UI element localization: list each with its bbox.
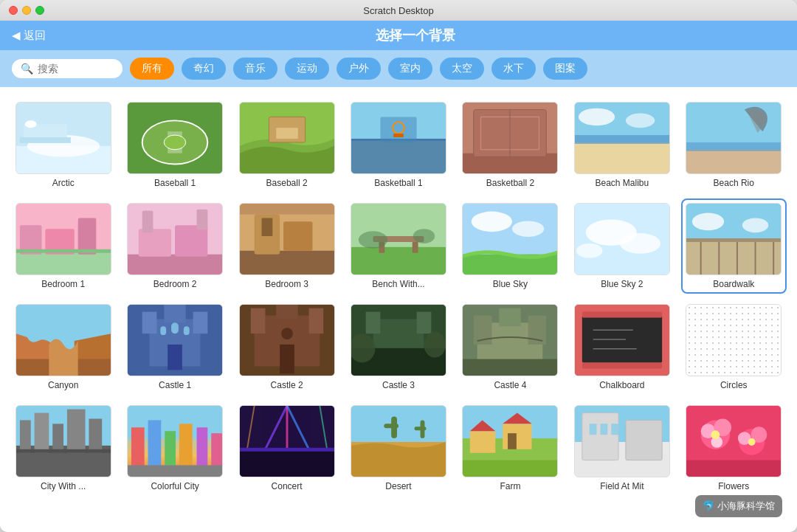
filter-patterns[interactable]: 图案 [543,58,587,80]
backdrop-label-flowers: Flowers [718,481,749,491]
backdrop-desert[interactable]: Desert [345,401,451,496]
minimize-button[interactable] [22,6,31,15]
backdrop-bedroom3[interactable]: Bedroom 3 [234,198,339,294]
svg-rect-97 [417,312,432,334]
svg-rect-121 [16,449,111,453]
filter-space[interactable]: 太空 [440,58,484,80]
backdrop-thumb-flowers [686,405,782,477]
backdrop-beach-malibu[interactable]: Beach Malibu [569,97,674,193]
filter-outdoor[interactable]: 户外 [337,58,381,80]
backdrop-label-city: City With ... [41,481,86,491]
backdrop-beach-rio[interactable]: Beach Rio [681,97,787,193]
backdrop-thumb-basketball2 [462,102,558,174]
backdrop-city[interactable]: City With ... [10,401,116,496]
backdrop-colorfulcity[interactable]: Colorful City [122,401,227,496]
backdrop-thumb-canyon [15,304,111,376]
backdrop-basketball2[interactable]: Basketball 2 [458,97,563,193]
backdrop-thumb-castle4 [462,304,558,376]
backdrop-bluesky2[interactable]: Blue Sky 2 [569,198,674,294]
svg-rect-158 [611,424,618,435]
backdrop-canyon[interactable]: Canyon [10,300,116,395]
svg-rect-119 [67,410,86,453]
svg-rect-91 [276,305,298,319]
svg-rect-26 [575,142,669,173]
backdrop-label-chalkboard: Chalkboard [599,380,644,390]
svg-rect-148 [508,433,517,449]
backdrop-thumb-bedroom1 [15,203,111,275]
filter-fantasy[interactable]: 奇幻 [182,58,226,80]
backdrop-concert[interactable]: Concert [234,401,339,496]
svg-rect-17 [380,117,416,142]
backdrop-thumb-bluesky [462,203,558,275]
svg-point-167 [711,430,720,439]
window-title: Scratch Desktop [363,5,433,16]
search-box: 🔍 [12,59,123,78]
backdrop-label-bedroom1: Bedroom 1 [41,279,85,289]
maximize-button[interactable] [35,6,44,15]
backdrop-thumb-baseball1 [127,102,223,174]
filter-music[interactable]: 音乐 [233,58,277,80]
backdrop-thumb-arctic [15,102,111,174]
filter-sports[interactable]: 运动 [285,58,329,80]
backdrop-label-desert: Desert [385,481,411,491]
svg-rect-137 [240,448,334,452]
backdrop-label-bluesky2: Blue Sky 2 [601,279,643,289]
svg-point-65 [576,243,602,258]
svg-rect-106 [463,359,557,376]
backdrop-label-fieldatmit: Field At Mit [600,481,644,491]
svg-rect-13 [276,128,298,139]
backdrop-chalkboard[interactable]: Chalkboard [569,300,674,395]
backdrop-label-castle3: Castle 3 [382,380,415,390]
svg-rect-46 [240,251,334,274]
svg-point-64 [620,233,660,254]
backdrop-castle2[interactable]: Castle 2 [234,300,339,395]
filter-underwater[interactable]: 水下 [491,58,536,80]
backdrop-thumb-concert [239,405,335,477]
backdrop-baseball2[interactable]: Baseball 2 [234,97,339,193]
backdrop-label-colorfulcity: Colorful City [151,481,199,491]
back-button[interactable]: ◀ 返回 [12,29,46,43]
backdrop-bluesky[interactable]: Blue Sky [458,198,563,294]
backdrop-label-castle1: Castle 1 [159,380,191,390]
svg-rect-127 [197,427,208,467]
backdrop-bedroom2[interactable]: Bedroom 2 [122,198,227,294]
backdrop-baseball1[interactable]: Baseball 1 [122,97,227,193]
filter-all[interactable]: 所有 [130,58,174,80]
backdrop-farm[interactable]: Farm [458,401,563,496]
svg-point-168 [748,438,756,446]
backdrop-fieldatmit[interactable]: Field At Mit [569,401,674,496]
backdrop-bench[interactable]: Bench With... [345,198,451,294]
backdrop-label-basketball1: Basketball 1 [374,178,422,188]
backdrop-label-bedroom2: Bedroom 2 [153,279,197,289]
search-input[interactable] [38,63,111,75]
svg-point-29 [626,114,655,128]
backdrop-circles[interactable]: Circles [681,300,787,395]
svg-rect-52 [351,247,446,274]
backdrop-castle4[interactable]: Castle 4 [458,300,563,395]
backdrop-castle1[interactable]: Castle 1 [122,300,227,395]
filter-bar: 🔍 所有 奇幻 音乐 运动 户外 室内 太空 水下 图案 [0,50,797,87]
backdrop-thumb-farm [462,405,558,477]
backdrop-castle3[interactable]: Castle 3 [345,300,451,395]
backdrop-flowers[interactable]: Flowers [681,401,787,496]
filter-indoor[interactable]: 室内 [388,58,432,80]
backdrop-arctic[interactable]: Arctic [10,97,116,193]
svg-rect-40 [128,255,222,275]
svg-rect-128 [211,433,222,467]
backdrop-basketball1[interactable]: Basketball 1 [345,97,451,193]
svg-rect-120 [89,418,102,452]
backdrop-label-baseball2: Baseball 2 [266,178,308,188]
backdrop-thumb-castle1 [127,304,223,376]
svg-rect-169 [686,460,781,477]
svg-rect-38 [16,249,111,253]
traffic-lights [9,6,44,15]
circles-pattern [686,305,781,376]
backdrop-thumb-castle3 [351,304,446,376]
titlebar: Scratch Desktop [0,0,797,21]
svg-rect-110 [582,363,662,369]
backdrop-bedroom1[interactable]: Bedroom 1 [10,198,116,294]
svg-rect-96 [366,312,381,334]
app-window: Scratch Desktop ◀ 返回 选择一个背景 🔍 所有 奇幻 音乐 运… [0,0,797,532]
backdrop-boardwalk[interactable]: Boardwalk [681,198,787,294]
close-button[interactable] [9,6,18,15]
